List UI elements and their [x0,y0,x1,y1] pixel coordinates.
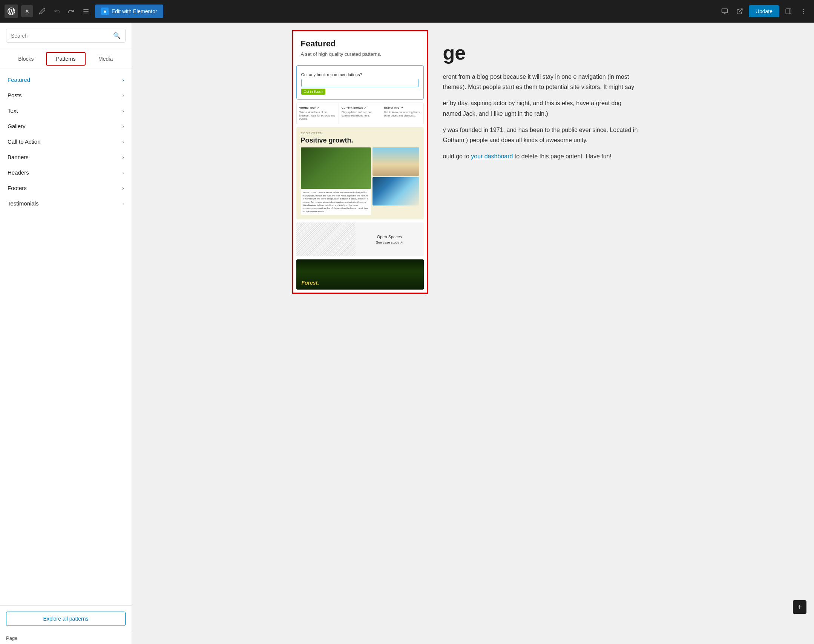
sidebar-item-cta-label: Call to Action [8,138,41,145]
growth-img-left: Nature, in the common sense, refers to e… [301,147,371,215]
sidebar-item-headers[interactable]: Headers › [0,165,132,180]
nav-buttons [51,5,77,17]
edit-elementor-button[interactable]: E Edit with Elementor [95,5,163,18]
spaces-right: Open Spaces See case study ↗ [356,222,424,256]
chevron-right-icon: › [122,108,124,114]
spaces-title: Open Spaces [377,235,402,239]
sidebar-toggle-icon [785,8,792,15]
update-button[interactable]: Update [749,5,779,17]
spaces-lines-graphic [296,222,356,256]
chevron-right-icon: › [122,154,124,160]
sidebar-item-banners-label: Banners [8,154,29,160]
sidebar-item-featured[interactable]: Featured › [0,72,132,87]
chevron-right-icon: › [122,170,124,176]
list-view-icon [83,8,89,15]
tab-patterns[interactable]: Patterns [46,52,86,66]
external-link-button[interactable] [734,5,746,17]
service-2-title: Useful Info ↗ [384,106,420,109]
sidebar-item-testimonials-label: Testimonials [8,200,39,207]
service-col-1: Current Shows ↗ Stay updated and see our… [339,103,381,124]
cta-input-row: Got any book recommendations? Get in Tou… [297,69,423,99]
edit-button[interactable] [36,5,48,17]
elementor-icon: E [101,8,109,15]
service-0-text: Take a virtual tour of the Museum. Ideal… [299,110,336,121]
page-paragraph-4: ould go to your dashboard to delete this… [443,151,639,161]
explore-all-patterns-button[interactable]: Explore all patterns [6,612,126,626]
paragraph-4-suffix: to delete this page ontent. Have fun! [513,153,612,159]
growth-card: ECOSYSTEM Positive growth. Nature, in th… [296,127,424,219]
patterns-preview-container: Featured A set of high quality curated p… [292,30,428,294]
preview-subtitle: A set of high quality curated patterns. [301,51,419,58]
spaces-link[interactable]: See case study ↗ [376,241,403,244]
sidebar-footer: Explore all patterns [0,605,132,632]
growth-text-block: Nature, in the common sense, refers to e… [301,189,371,215]
undo-icon [54,8,61,15]
sidebar-item-gallery-label: Gallery [8,123,26,129]
sidebar-item-call-to-action[interactable]: Call to Action › [0,134,132,149]
services-card: Virtual Tour ↗ Take a virtual tour of th… [296,103,424,124]
dashboard-link[interactable]: your dashboard [471,153,513,159]
tab-media[interactable]: Media [86,52,126,66]
list-view-button[interactable] [80,5,92,17]
chevron-right-icon: › [122,123,124,129]
preview-title: Featured [301,39,419,49]
forest-card: Forest. [296,259,424,290]
chevron-right-icon: › [122,185,124,191]
sidebar-tabs: Blocks Patterns Media [0,49,132,69]
cta-green-button: Get in Touch [301,89,325,95]
preview-header: Featured A set of high quality curated p… [293,31,427,62]
close-button[interactable]: ✕ [21,5,33,17]
desktop-icon [721,8,728,15]
page-label: Page [0,632,132,644]
service-1-text: Stay updated and see our current exhibit… [342,110,378,117]
redo-button[interactable] [65,5,77,17]
wp-logo-button[interactable] [5,5,18,18]
more-options-button[interactable] [797,5,809,17]
edit-elementor-label: Edit with Elementor [112,8,157,14]
svg-point-9 [803,9,804,10]
svg-point-11 [803,13,804,14]
services-row: Virtual Tour ↗ Take a virtual tour of th… [297,103,423,124]
sidebar-toggle-button[interactable] [782,5,794,17]
sidebar-item-posts[interactable]: Posts › [0,87,132,103]
sidebar-search-area: 🔍 [0,23,132,49]
sidebar-item-text[interactable]: Text › [0,103,132,118]
search-input[interactable] [11,33,110,39]
sidebar-item-footers-label: Footers [8,185,27,191]
service-1-title: Current Shows ↗ [342,106,378,109]
sidebar-item-headers-label: Headers [8,169,29,176]
sidebar-item-posts-label: Posts [8,92,22,98]
chevron-right-icon: › [122,201,124,207]
toolbar-right: Update [719,5,809,17]
sidebar-item-banners[interactable]: Banners › [0,149,132,165]
pencil-icon [39,8,46,15]
patterns-preview-panel: Featured A set of high quality curated p… [292,30,428,636]
sidebar-items-list: Featured › Posts › Text › Gallery › Call… [0,69,132,605]
redo-icon [67,8,74,15]
sidebar-item-gallery[interactable]: Gallery › [0,118,132,134]
paragraph-4-prefix: ould go to [443,153,471,159]
cta-input-text: Got any book recommendations? [301,72,419,77]
page-heading: ge [443,41,639,64]
page-paragraph-1: erent from a blog post because it will s… [443,72,639,92]
main-layout: 🔍 Blocks Patterns Media Featured › Posts… [0,23,814,644]
undo-button[interactable] [51,5,63,17]
search-box[interactable]: 🔍 [6,29,126,43]
content-area: Featured A set of high quality curated p… [132,23,814,644]
spaces-card: Open Spaces See case study ↗ [296,222,424,256]
tab-blocks[interactable]: Blocks [6,52,46,66]
growth-images: Nature, in the common sense, refers to e… [301,147,419,215]
add-block-button[interactable]: + [793,600,806,614]
sidebar-item-featured-label: Featured [8,77,30,83]
chevron-right-icon: › [122,77,124,83]
windmill-image [373,147,419,176]
svg-point-10 [803,11,804,12]
desktop-view-button[interactable] [719,5,731,17]
sidebar-item-footers[interactable]: Footers › [0,180,132,196]
service-col-2: Useful Info ↗ Get to know our opening ti… [381,103,423,124]
cta-card: Call to action Got any book recommendati… [296,65,424,100]
wp-logo-icon [8,8,15,15]
sidebar-item-testimonials[interactable]: Testimonials › [0,196,132,211]
page-paragraph-2: er by day, aspiring actor by night, and … [443,98,639,118]
toolbar: ✕ E Edit with Elementor [0,0,814,23]
